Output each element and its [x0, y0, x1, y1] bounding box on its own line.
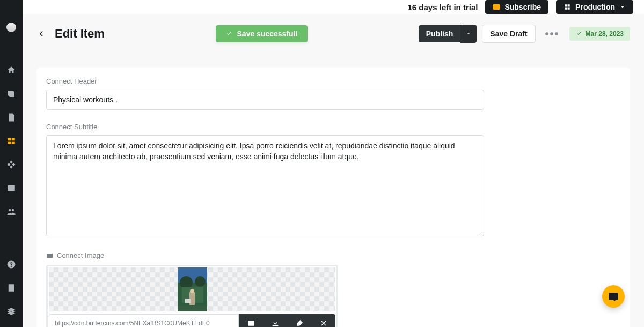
avatar[interactable] — [6, 23, 16, 32]
help-icon[interactable] — [6, 259, 16, 269]
subtitle-textarea[interactable]: Lorem ipsum dolor sit, amet consectetur … — [46, 135, 484, 236]
image-download-button[interactable] — [263, 314, 287, 327]
topbar: 16 days left in trial Subscribe Producti… — [23, 0, 644, 14]
more-button[interactable]: ••• — [541, 26, 564, 42]
chat-icon — [609, 293, 618, 300]
action-group: Publish Save Draft ••• Mar 28, 2023 — [419, 25, 630, 43]
users-icon[interactable] — [6, 207, 16, 217]
home-icon[interactable] — [6, 65, 16, 75]
field-image: Connect Image — [46, 251, 620, 327]
image-preview[interactable] — [49, 267, 335, 311]
image-buttons — [239, 314, 335, 327]
subtitle-label: Connect Subtitle — [46, 123, 620, 131]
image-thumbnail — [178, 267, 207, 311]
docs-icon[interactable] — [6, 283, 16, 293]
image-label-row: Connect Image — [46, 251, 620, 259]
check-icon — [225, 30, 233, 38]
field-subtitle: Connect Subtitle Lorem ipsum dolor sit, … — [46, 123, 620, 239]
publish-caret[interactable] — [460, 25, 477, 43]
environment-switcher[interactable]: Production — [556, 0, 633, 14]
publish-label: Publish — [419, 25, 461, 42]
image-icon — [247, 319, 255, 327]
chat-fab[interactable] — [602, 285, 625, 308]
image-label: Connect Image — [57, 251, 104, 259]
image-toolbar — [49, 314, 335, 327]
image-replace-button[interactable] — [239, 314, 263, 327]
toast-text: Save successful! — [237, 29, 298, 38]
page-icon[interactable] — [6, 113, 16, 122]
content-panel: Edit Item Save successful! Publish Save … — [23, 14, 644, 327]
env-icon — [564, 3, 571, 11]
field-header: Connect Header — [46, 77, 620, 110]
subscribe-button[interactable]: Subscribe — [485, 0, 548, 14]
image-url-input[interactable] — [49, 314, 239, 327]
image-box — [46, 265, 338, 327]
api-icon[interactable] — [6, 307, 16, 316]
publish-button[interactable]: Publish — [419, 25, 477, 43]
svg-rect-8 — [178, 306, 207, 311]
svg-point-3 — [195, 276, 206, 287]
image-edit-button[interactable] — [287, 314, 311, 327]
components-icon[interactable] — [6, 160, 16, 169]
page-title: Edit Item — [55, 27, 105, 41]
collection-icon[interactable] — [6, 136, 16, 146]
svg-rect-7 — [185, 299, 191, 303]
svg-point-6 — [190, 289, 194, 293]
credit-card-icon — [493, 4, 500, 10]
trial-text: 16 days left in trial — [408, 3, 478, 12]
chevron-down-icon — [619, 4, 626, 10]
save-draft-button[interactable]: Save Draft — [482, 25, 535, 43]
header-label: Connect Header — [46, 77, 620, 85]
form-card: Connect Header Connect Subtitle Lorem ip… — [36, 68, 630, 327]
page-header: Edit Item Save successful! Publish Save … — [23, 14, 644, 54]
download-icon — [271, 319, 280, 327]
back-icon[interactable] — [36, 29, 46, 39]
blog-icon[interactable] — [6, 89, 16, 99]
header-input[interactable] — [46, 90, 484, 110]
env-label: Production — [575, 0, 615, 14]
image-remove-button[interactable] — [311, 314, 335, 327]
image-icon — [46, 252, 54, 259]
subscribe-label: Subscribe — [504, 0, 541, 14]
status-date: Mar 28, 2023 — [586, 30, 624, 38]
edit-icon — [295, 319, 304, 327]
save-toast: Save successful! — [216, 25, 308, 42]
chevron-down-icon — [466, 31, 471, 36]
media-icon[interactable] — [6, 183, 16, 193]
status-pill: Mar 28, 2023 — [569, 27, 630, 41]
sidebar — [0, 0, 23, 327]
close-icon — [319, 319, 328, 327]
check-icon — [576, 31, 582, 37]
